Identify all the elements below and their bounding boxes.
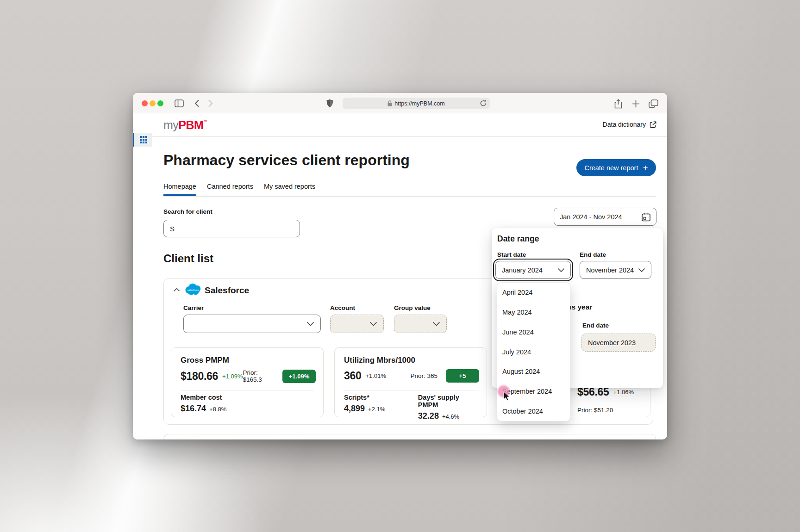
browser-toolbar: https://myPBM.com: [133, 93, 667, 113]
carrier-label: Carrier: [183, 304, 204, 311]
forward-icon[interactable]: [206, 99, 215, 108]
previous-end-date-field: November 2023: [581, 334, 656, 352]
month-option-august[interactable]: August 2024: [497, 362, 570, 382]
month-option-april[interactable]: April 2024: [497, 283, 570, 303]
metric-card-utilizing-mbrs: Utilizing Mbrs/1000 360 +1.01% Prior: 36…: [334, 347, 487, 417]
date-range-field[interactable]: Jan 2024 - Nov 2024: [554, 208, 656, 226]
chevron-down-icon: [432, 322, 440, 326]
tab-homepage[interactable]: Homepage: [163, 183, 196, 196]
submetric-days-supply: Days' supply PMPM 32.28+4.6%: [404, 394, 479, 421]
share-icon[interactable]: [613, 98, 623, 109]
date-range-value: Jan 2024 - Nov 2024: [560, 213, 622, 221]
tab-overview-icon[interactable]: [648, 99, 659, 109]
popup-title: Date range: [497, 234, 539, 244]
metric-prior: Prior: $51.20: [577, 407, 613, 414]
sidebar-toggle-icon[interactable]: [174, 99, 185, 108]
close-window-button[interactable]: [142, 100, 148, 106]
account-label: Account: [330, 304, 355, 311]
app-header: myPBM™ Data dictionary: [152, 113, 667, 137]
next-client-card-peek[interactable]: [163, 434, 656, 439]
report-tabs: Homepage Canned reports My saved reports: [163, 183, 656, 197]
metric-delta: +1.01%: [365, 372, 386, 379]
end-date-label: End date: [580, 251, 606, 258]
chevron-down-icon: [557, 268, 565, 272]
previous-end-date-label: End date: [582, 322, 609, 329]
divider: [344, 390, 477, 390]
start-date-label: Start date: [497, 251, 526, 258]
sidebar-item-apps[interactable]: [133, 133, 152, 147]
address-bar[interactable]: https://myPBM.com: [343, 98, 490, 109]
group-value-select: [394, 315, 447, 333]
chevron-down-icon: [306, 322, 314, 326]
desktop-background: https://myPBM.com: [0, 0, 800, 532]
search-client-input[interactable]: [163, 220, 300, 237]
search-client-label: Search for client: [163, 208, 212, 215]
plus-icon: +: [643, 163, 648, 172]
metric-card-gross-pmpm: Gross PMPM $180.66 +1.09% Prior: $165.3 …: [171, 347, 324, 417]
url-text: https://myPBM.com: [394, 100, 444, 107]
group-value-label: Group value: [394, 304, 431, 311]
metric-title: Utilizing Mbrs/1000: [344, 356, 415, 365]
metric-prior: Prior: $165.3: [243, 369, 275, 383]
data-dictionary-label: Data dictionary: [603, 121, 646, 128]
metric-delta: +1.09%: [222, 373, 243, 380]
create-new-report-button[interactable]: Create new report +: [576, 159, 656, 176]
collapse-chevron-up-icon[interactable]: [173, 288, 180, 292]
create-new-report-label: Create new report: [584, 164, 638, 172]
end-date-value: November 2024: [586, 266, 634, 274]
lock-icon: [388, 100, 392, 106]
page-title: Pharmacy services client reporting: [163, 152, 410, 169]
minimize-window-button[interactable]: [150, 100, 156, 106]
metric-delta: +1.06%: [613, 389, 634, 396]
start-date-value: January 2024: [502, 266, 543, 274]
change-badge: +5: [446, 369, 479, 383]
mypbm-logo: myPBM™: [163, 118, 207, 132]
month-option-july[interactable]: July 2024: [497, 342, 570, 362]
calendar-icon: [642, 212, 650, 222]
tab-canned-reports[interactable]: Canned reports: [207, 183, 253, 196]
reload-icon[interactable]: [480, 99, 487, 107]
client-name: Salesforce: [205, 285, 249, 296]
month-option-october[interactable]: October 2024: [497, 401, 570, 421]
start-date-select[interactable]: January 2024: [495, 261, 571, 279]
account-select: [330, 315, 384, 333]
data-dictionary-link[interactable]: Data dictionary: [603, 121, 656, 128]
metric-title: Gross PMPM: [181, 356, 229, 365]
chevron-down-icon: [369, 322, 377, 326]
previous-year-label-fragment: us year: [567, 303, 592, 311]
submetric-scripts: Scripts* 4,899+2.1%: [344, 394, 404, 421]
metric-value: 360: [344, 370, 361, 382]
svg-text:salesforce: salesforce: [187, 289, 199, 291]
mouse-cursor-icon: [503, 391, 510, 401]
carrier-select[interactable]: [183, 315, 321, 333]
zoom-window-button[interactable]: [157, 100, 163, 106]
end-date-select[interactable]: November 2024: [580, 261, 651, 279]
external-link-icon: [650, 121, 656, 128]
client-list-heading: Client list: [163, 252, 213, 265]
app-sidebar: [133, 113, 152, 439]
month-option-may[interactable]: May 2024: [497, 303, 570, 322]
tab-my-saved-reports[interactable]: My saved reports: [264, 183, 315, 196]
metric-prior: Prior: 365: [410, 372, 438, 379]
menu-icon[interactable]: [138, 119, 147, 126]
back-icon[interactable]: [192, 99, 201, 108]
change-badge: +1.09%: [282, 370, 316, 383]
privacy-shield-icon[interactable]: [325, 98, 335, 108]
grid-icon: [140, 136, 147, 143]
browser-window: https://myPBM.com: [133, 93, 667, 439]
salesforce-logo-icon: salesforce: [184, 283, 202, 296]
divider: [181, 390, 314, 390]
submetric-member-cost: Member cost $16.74+8.8%: [181, 394, 226, 414]
metric-value: $180.66: [181, 370, 218, 383]
month-option-june[interactable]: June 2024: [497, 322, 570, 342]
new-tab-icon[interactable]: [631, 99, 641, 109]
chevron-down-icon: [638, 268, 645, 272]
